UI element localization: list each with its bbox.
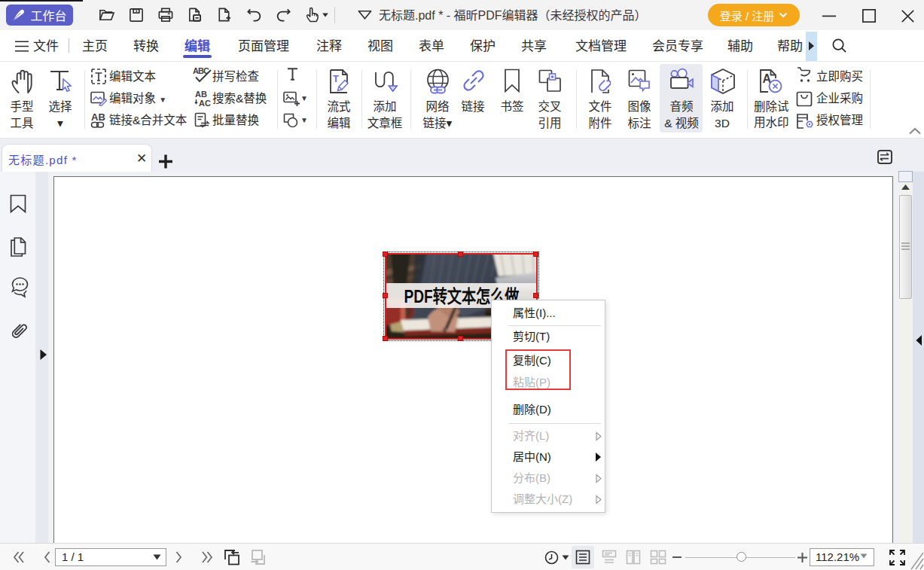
svg-text:AB: AB [91,112,105,123]
svg-text:AC: AC [199,99,211,108]
svg-text:T: T [333,73,339,84]
svg-text:AB: AB [195,90,207,99]
